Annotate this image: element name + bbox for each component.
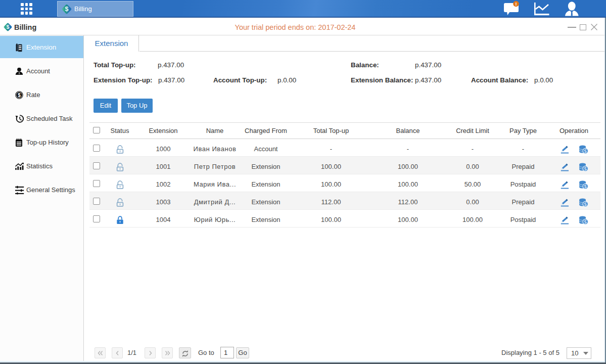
svg-text:$: $ xyxy=(18,92,21,98)
svg-text:!: ! xyxy=(516,2,517,7)
svg-text:$: $ xyxy=(65,6,69,13)
